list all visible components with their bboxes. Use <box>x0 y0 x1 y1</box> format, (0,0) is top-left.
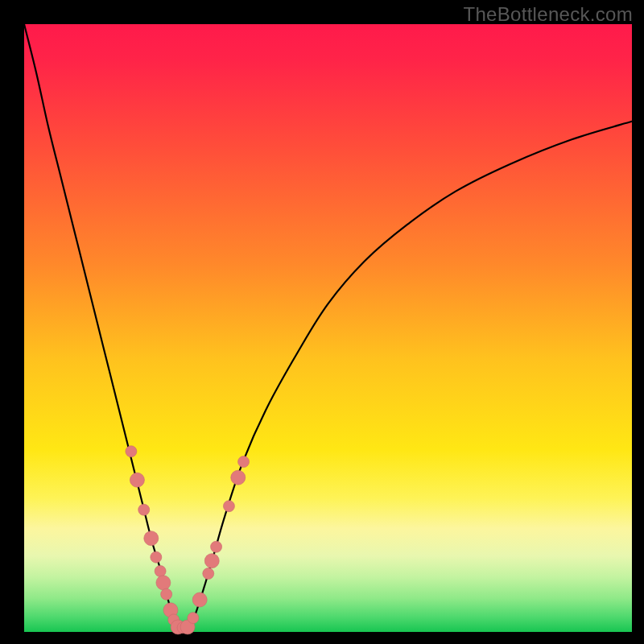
data-marker <box>155 566 166 577</box>
data-marker <box>223 501 234 512</box>
watermark-label: TheBottleneck.com <box>463 3 633 26</box>
data-marker <box>231 470 246 485</box>
curve-right-branch <box>189 122 632 628</box>
chart-frame: TheBottleneck.com <box>0 0 644 644</box>
data-marker <box>126 446 137 457</box>
data-marker <box>203 568 214 580</box>
curve-overlay <box>24 24 632 632</box>
data-marker <box>192 592 207 607</box>
data-marker <box>211 541 222 552</box>
data-marker <box>144 531 159 546</box>
data-marker <box>138 504 150 515</box>
data-marker <box>238 456 250 468</box>
data-marker <box>156 576 171 590</box>
data-marker <box>204 554 219 568</box>
data-marker <box>161 588 172 600</box>
data-marker <box>188 613 199 624</box>
data-marker <box>130 473 144 487</box>
data-marker <box>151 551 162 563</box>
